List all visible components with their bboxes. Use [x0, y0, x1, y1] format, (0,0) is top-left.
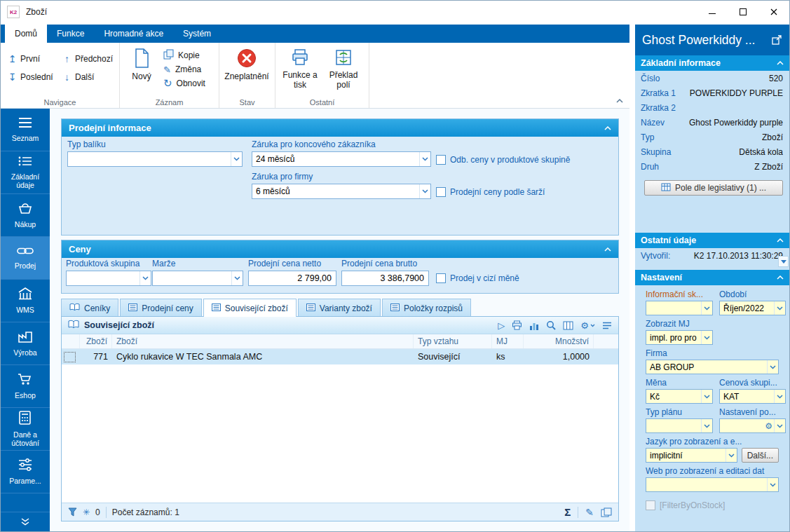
- dropdown-icon[interactable]: [726, 449, 737, 462]
- dropdown-icon[interactable]: [231, 271, 243, 285]
- sidebar-item-seznam[interactable]: Seznam: [1, 109, 50, 151]
- dropdown-icon[interactable]: [767, 478, 778, 491]
- column-header-mj[interactable]: MJ: [492, 334, 524, 348]
- dropdown-icon[interactable]: [139, 271, 151, 285]
- ceny-header[interactable]: Ceny: [62, 240, 618, 258]
- sidebar-item-wms[interactable]: WMS: [1, 280, 50, 322]
- columns-button[interactable]: [563, 321, 573, 330]
- zaruka-zakaznik-select[interactable]: 24 měsíců: [252, 151, 431, 167]
- asterisk-icon[interactable]: ✳: [83, 507, 90, 517]
- dalsi-button[interactable]: ↓ Další: [60, 71, 118, 83]
- table-row[interactable]: 771 Cyklo rukavice W TEC Sanmala AMC Sou…: [62, 349, 618, 364]
- marze-select[interactable]: [152, 271, 243, 286]
- dropdown-icon[interactable]: [767, 360, 778, 374]
- tab-varianty-zbozi[interactable]: Varianty zboží: [298, 299, 381, 317]
- typ-baliku-select[interactable]: [67, 151, 243, 167]
- field-value[interactable]: 520: [769, 74, 783, 83]
- dropdown-icon[interactable]: [701, 390, 712, 403]
- settings-button[interactable]: ⚙: [580, 320, 595, 331]
- sidebar-more-button[interactable]: [1, 512, 50, 531]
- open-in-window-icon[interactable]: [772, 35, 782, 45]
- sidebar-item-dane-a-uctovani[interactable]: Daně a účtování: [1, 408, 50, 451]
- field-value[interactable]: Z Zboží: [754, 162, 783, 172]
- prodejni-informace-header[interactable]: Prodejní informace: [62, 119, 618, 137]
- ribbon-tab-hromadne-akce[interactable]: Hromadné akce: [94, 25, 173, 43]
- prodejni-ceny-sarze-checkbox[interactable]: Prodejní ceny podle šarží: [436, 187, 545, 197]
- firma-select[interactable]: AB GROUP: [646, 360, 779, 374]
- maximize-button[interactable]: [728, 1, 758, 23]
- field-value[interactable]: Zboží: [762, 132, 783, 142]
- ribbon-tab-system[interactable]: Systém: [173, 25, 221, 43]
- dropdown-icon[interactable]: [231, 152, 242, 166]
- tab-souvisejici-zbozi[interactable]: Související zboží: [203, 299, 297, 317]
- ostatni-udaje-header[interactable]: Ostatní údaje: [635, 233, 789, 248]
- column-header-zbozi-nazev[interactable]: Zboží: [112, 334, 414, 348]
- produktova-skupina-select[interactable]: [66, 271, 151, 286]
- zobrazit-mj-select[interactable]: impl. pro pro: [646, 330, 713, 345]
- collapse-ribbon-button[interactable]: [615, 93, 624, 106]
- close-button[interactable]: [758, 1, 789, 23]
- posledni-button[interactable]: ↧ Poslední: [5, 71, 60, 83]
- bulk-edit-button[interactable]: [601, 507, 612, 517]
- ribbon-tab-domu[interactable]: Domů: [5, 25, 47, 43]
- field-value[interactable]: Ghost Powerkiddy purple: [689, 118, 783, 128]
- print-button[interactable]: [512, 320, 522, 330]
- sum-button[interactable]: Σ: [564, 506, 571, 518]
- mena-select[interactable]: Kč: [646, 389, 713, 404]
- typ-planu-select[interactable]: [646, 418, 713, 433]
- column-header-typ-vztahu[interactable]: Typ vztahu: [414, 334, 492, 348]
- sidebar-item-eshop[interactable]: Eshop: [1, 365, 50, 408]
- sidebar-item-parametry[interactable]: Parame...: [1, 451, 50, 493]
- prodej-cizi-mena-checkbox[interactable]: Prodej v cizí měně: [436, 273, 519, 283]
- nastaveni-pohledu-select[interactable]: ⚙: [719, 418, 786, 433]
- preklad-poli-button[interactable]: Překlad polí: [323, 46, 364, 90]
- row-selector[interactable]: [62, 349, 80, 364]
- sidebar-item-vyroba[interactable]: Výroba: [1, 322, 50, 365]
- zaruka-firmy-select[interactable]: 6 měsíců: [252, 184, 431, 199]
- web-select[interactable]: [646, 477, 779, 492]
- odb-ceny-checkbox[interactable]: Odb. ceny v produktové skupině: [436, 155, 570, 165]
- prvni-button[interactable]: ↥ První: [5, 53, 60, 64]
- scrollbar-down-button[interactable]: [778, 256, 789, 267]
- obdobi-select[interactable]: Říjen/2022: [719, 301, 786, 315]
- edit-button[interactable]: ✎: [585, 507, 594, 518]
- kopie-button[interactable]: Kopie: [163, 48, 205, 62]
- dropdown-icon[interactable]: [419, 184, 430, 198]
- search-button[interactable]: [546, 320, 556, 330]
- dalsi-options-button[interactable]: Další...: [742, 448, 779, 463]
- novy-button[interactable]: Nový: [124, 46, 159, 92]
- pole-dle-legislativy-button[interactable]: Pole dle legislativy (1) ...: [644, 180, 783, 196]
- chart-button[interactable]: [529, 321, 539, 330]
- cenova-skupina-select[interactable]: KAT: [719, 389, 786, 404]
- field-value[interactable]: K2 17.10.2013 11:30:29: [694, 251, 783, 261]
- zakladni-informace-header[interactable]: Základní informace: [635, 55, 789, 71]
- dropdown-icon[interactable]: [774, 390, 785, 403]
- filter-button[interactable]: [68, 507, 77, 517]
- nastaveni-header[interactable]: Nastavení: [635, 270, 789, 285]
- obnovit-button[interactable]: ↻ Obnovit: [163, 76, 205, 90]
- dropdown-icon[interactable]: [701, 331, 712, 344]
- sidebar-item-nakup[interactable]: Nákup: [1, 194, 50, 237]
- field-value[interactable]: POWERKIDDY PURPLE: [690, 88, 783, 98]
- menu-button[interactable]: [602, 322, 612, 329]
- ribbon-tab-funkce[interactable]: Funkce: [47, 25, 94, 43]
- funkce-a-tisk-button[interactable]: Funkce a tisk: [280, 46, 320, 90]
- dropdown-icon[interactable]: [419, 152, 430, 166]
- predchozi-button[interactable]: ↑ Předchozí: [60, 53, 118, 64]
- minimize-button[interactable]: [697, 1, 728, 23]
- cena-brutto-field[interactable]: 3 386,7900: [341, 271, 429, 286]
- dropdown-icon[interactable]: [774, 419, 785, 432]
- column-header-mnozstvi[interactable]: Množství: [524, 334, 594, 348]
- tab-polozky-rozpisu[interactable]: Položky rozpisů: [382, 299, 471, 317]
- filter-by-onstock-checkbox[interactable]: [FilterByOnStock]: [646, 500, 779, 510]
- dropdown-icon[interactable]: [701, 301, 712, 315]
- sidebar-item-zakladni-udaje[interactable]: Základní údaje: [1, 151, 50, 194]
- informacni-skupina-select[interactable]: [646, 301, 713, 315]
- cena-netto-field[interactable]: 2 799,00: [248, 271, 336, 286]
- zmena-button[interactable]: ✎ Změna: [163, 62, 205, 76]
- run-button[interactable]: ▷: [498, 320, 505, 331]
- sidebar-item-prodej[interactable]: Prodej: [1, 237, 50, 280]
- dropdown-icon[interactable]: [774, 301, 785, 315]
- zneplatneni-button[interactable]: Zneplatnění: [224, 46, 270, 82]
- tab-prodejni-ceny[interactable]: Prodejní ceny: [120, 299, 201, 317]
